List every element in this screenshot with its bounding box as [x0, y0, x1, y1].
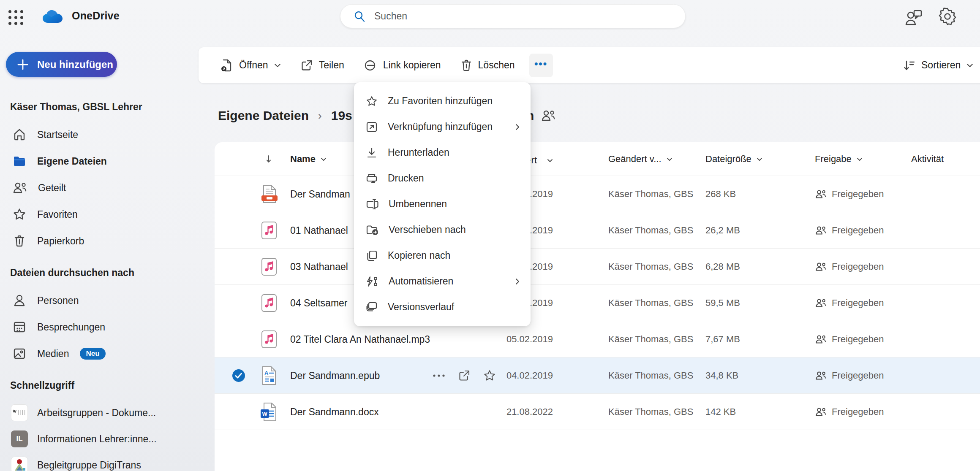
file-modified-by: Käser Thomas, GBS [608, 225, 693, 236]
sidebar-item-geteilt[interactable]: Geteilt [0, 175, 212, 201]
media-icon [13, 347, 26, 360]
sharing-status[interactable]: Freigegeben [815, 285, 884, 321]
table-row[interactable]: W Der Sandmann.docx 21.08.2022 Käser Tho… [215, 394, 980, 430]
menu-item-automate[interactable]: Automatisieren [354, 268, 531, 294]
table-row[interactable]: 01 Nathanael 02.2019 Käser Thomas, GBS 2… [215, 212, 980, 249]
file-name[interactable]: 04 Seltsamer [290, 298, 348, 309]
table-row[interactable]: 03 Nathanael 02.2019 Käser Thomas, GBS 6… [215, 249, 980, 285]
home-icon [13, 128, 26, 141]
feedback-button[interactable] [904, 8, 923, 27]
versions-icon [366, 301, 378, 313]
delete-label: Löschen [478, 60, 515, 71]
shared-people-icon [815, 225, 827, 236]
initials-thumbnail: IL [11, 430, 28, 447]
open-button[interactable]: Öffnen [215, 54, 286, 76]
column-header-name[interactable]: Name [290, 142, 327, 176]
file-name[interactable]: Der Sandmann.epub [290, 370, 380, 382]
row-more-button[interactable] [433, 357, 445, 394]
column-header-activity[interactable]: Aktivität [911, 142, 944, 176]
selected-check-icon[interactable] [231, 357, 246, 394]
add-new-button[interactable]: Neu hinzufügen [6, 52, 117, 77]
copy-icon [366, 250, 378, 262]
digitrans-logo-thumbnail [11, 457, 28, 471]
breadcrumb-root[interactable]: Eigene Dateien [218, 108, 309, 123]
menu-item-rename[interactable]: Umbenennen [354, 191, 531, 217]
table-row-selected[interactable]: A Der Sandmann.epub 04.02.2019 Käser Tho… [215, 357, 980, 394]
mp3-file-icon [260, 285, 278, 321]
table-row[interactable]: 02 Titel Clara An Nathanael.mp3 05.02.20… [215, 321, 980, 357]
share-button[interactable]: Teilen [295, 55, 349, 76]
file-modified-by: Käser Thomas, GBS [608, 298, 693, 309]
doc-red-file-icon [260, 176, 278, 212]
column-header-size[interactable]: Dateigröße [705, 142, 762, 176]
settings-button[interactable] [938, 7, 957, 26]
submenu-chevron-icon [515, 278, 520, 285]
column-header-modified-by[interactable]: Geändert v... [608, 142, 672, 176]
mp3-file-icon [260, 212, 278, 249]
sort-direction-icon[interactable] [264, 142, 273, 176]
menu-item-print[interactable]: Drucken [354, 165, 531, 191]
sidebar-item-favoriten[interactable]: Favoriten [0, 201, 212, 227]
file-name[interactable]: 01 Nathanael [290, 225, 348, 236]
sidebar-item-papierkorb[interactable]: Papierkorb [0, 228, 212, 254]
sidebar-item-startseite[interactable]: Startseite [0, 122, 212, 148]
row-share-button[interactable] [458, 357, 471, 394]
app-launcher-button[interactable] [7, 8, 24, 26]
chevron-down-icon [274, 63, 281, 68]
file-date: 21.08.2022 [506, 406, 553, 417]
sort-button[interactable]: Sortieren [898, 55, 978, 76]
sidebar-item-eigene-dateien[interactable]: Eigene Dateien [0, 148, 212, 174]
table-header: Name ndert Geändert v... Dateigröße Frei… [215, 142, 980, 176]
menu-item-add-to-favorites[interactable]: Zu Favoriten hinzufügen [354, 88, 531, 114]
svg-text:A: A [264, 370, 269, 376]
new-badge: Neu [80, 348, 105, 360]
sharing-status[interactable]: Freigegeben [815, 321, 884, 357]
file-modified-by: Käser Thomas, GBS [608, 406, 693, 417]
menu-item-download[interactable]: Herunterladen [354, 140, 531, 165]
breadcrumb-folder-end-group: n [526, 107, 556, 124]
sort-label: Sortieren [921, 60, 961, 71]
menu-item-move-to[interactable]: Verschieben nach [354, 217, 531, 243]
onedrive-logo[interactable]: OneDrive [42, 8, 120, 24]
file-name[interactable]: 02 Titel Clara An Nathanael.mp3 [290, 334, 430, 345]
sharing-status[interactable]: Freigegeben [815, 249, 884, 285]
sharing-status[interactable]: Freigegeben [815, 394, 884, 430]
column-header-sharing[interactable]: Freigabe [815, 142, 863, 176]
file-modified-by: Käser Thomas, GBS [608, 261, 693, 272]
automate-icon [366, 276, 378, 287]
menu-item-copy-to[interactable]: Kopieren nach [354, 243, 531, 268]
copy-link-label: Link kopieren [383, 60, 441, 71]
table-row[interactable]: Der Sandman 02.2019 Käser Thomas, GBS 26… [215, 176, 980, 212]
row-favorite-button[interactable] [483, 357, 496, 394]
delete-button[interactable]: Löschen [455, 55, 520, 76]
sidebar-item-medien[interactable]: Medien Neu [0, 341, 212, 367]
sidebar-item-informationen[interactable]: IL Informationen Lehrer:inne... [0, 426, 212, 452]
sidebar-item-besprechungen[interactable]: Besprechungen [0, 314, 212, 340]
sidebar-item-personen[interactable]: Personen [0, 287, 212, 314]
file-name[interactable]: Der Sandman [290, 189, 350, 200]
search-input[interactable]: Suchen [340, 4, 686, 28]
docx-file-icon: W [260, 394, 278, 430]
copy-link-button[interactable]: Link kopieren [359, 55, 446, 76]
table-row[interactable]: 04 Seltsamer 02.2019 Käser Thomas, GBS 5… [215, 285, 980, 321]
rename-icon [366, 198, 378, 210]
sharing-status[interactable]: Freigegeben [815, 357, 884, 394]
sidebar-item-begleitgruppe[interactable]: Begleitgruppe DigiTrans [0, 452, 212, 471]
mp3-file-icon [260, 249, 278, 285]
breadcrumb-folder-start[interactable]: 19s [331, 108, 352, 123]
sidebar-item-arbeitsgruppen[interactable]: Arbeitsgruppen - Dokume... [0, 400, 212, 426]
file-size: 268 KB [705, 189, 736, 200]
sidebar-item-label: Favoriten [37, 209, 78, 220]
onedrive-page: OneDrive Suchen [0, 0, 980, 471]
waffle-icon [7, 8, 24, 26]
file-name[interactable]: 03 Nathanael [290, 261, 348, 273]
command-bar: Öffnen Teilen Link kopieren [199, 47, 980, 83]
menu-item-version-history[interactable]: Versionsverlauf [354, 294, 531, 320]
file-name[interactable]: Der Sandmann.docx [290, 406, 379, 418]
sidebar-item-label: Geteilt [38, 182, 66, 194]
sharing-status[interactable]: Freigegeben [815, 176, 884, 212]
sharing-status[interactable]: Freigegeben [815, 212, 884, 249]
more-commands-button[interactable]: ••• [529, 54, 553, 77]
shared-people-icon [815, 298, 827, 308]
menu-item-add-shortcut[interactable]: Verknüpfung hinzufügen [354, 114, 531, 140]
